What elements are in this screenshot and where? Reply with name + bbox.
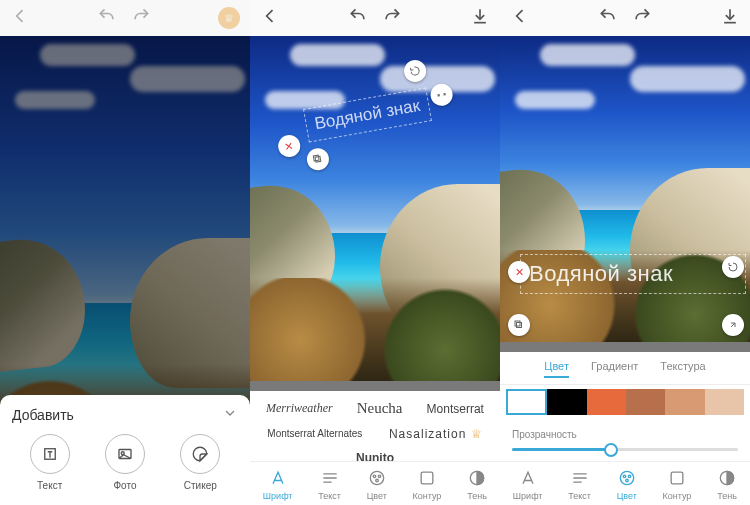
svg-point-6	[373, 475, 376, 478]
watermark-object[interactable]: Водяной знак	[520, 254, 746, 294]
tab-shadow[interactable]: Тень	[717, 468, 737, 501]
edit-tabbar: Шрифт Текст Цвет Контур Тень	[500, 461, 750, 505]
color-tab-color[interactable]: Цвет	[544, 360, 569, 378]
tab-shadow[interactable]: Тень	[467, 468, 487, 501]
svg-rect-4	[313, 155, 319, 161]
resize-icon[interactable]	[722, 314, 744, 336]
tab-font[interactable]: Шрифт	[513, 468, 543, 501]
undo-icon[interactable]	[598, 6, 618, 30]
redo-icon[interactable]	[382, 6, 402, 30]
back-icon[interactable]	[10, 6, 30, 30]
tab-text[interactable]: Текст	[318, 468, 341, 501]
crown-icon[interactable]: ♕	[218, 7, 240, 29]
svg-rect-12	[515, 321, 520, 326]
font-list: Merriweather Neucha Montserrat Montserra…	[250, 391, 500, 461]
color-tab-texture[interactable]: Текстура	[660, 360, 705, 378]
font-option[interactable]: Montserrat	[422, 399, 489, 419]
back-icon[interactable]	[510, 6, 530, 30]
toolbar	[250, 0, 500, 36]
opacity-slider[interactable]: Прозрачность	[500, 419, 750, 461]
swatch[interactable]	[665, 389, 704, 415]
canvas[interactable]: Водяной знак ✕	[250, 36, 500, 381]
font-option[interactable]: Nunito	[351, 448, 399, 461]
sheet-title: Добавить	[12, 407, 74, 423]
screen-color-picker: Водяной знак ✕ Цвет Градиент Текстура Пр…	[500, 0, 750, 505]
redo-icon[interactable]	[632, 6, 652, 30]
add-photo-button[interactable]: Фото	[105, 434, 145, 491]
tab-color[interactable]: Цвет	[617, 468, 637, 501]
swatch[interactable]	[547, 389, 586, 415]
text-icon	[30, 434, 70, 474]
add-text-button[interactable]: Текст	[30, 434, 70, 491]
toolbar: ♕	[0, 0, 250, 36]
svg-point-7	[378, 475, 381, 478]
edit-tabbar: Шрифт Текст Цвет Контур Тень	[250, 461, 500, 505]
photo-icon	[105, 434, 145, 474]
swatch[interactable]	[705, 389, 744, 415]
swatch[interactable]	[626, 389, 665, 415]
svg-rect-3	[315, 156, 321, 162]
font-option[interactable]: Nasalization ♕	[384, 424, 488, 444]
svg-point-15	[628, 475, 631, 478]
tab-outline[interactable]: Контур	[413, 468, 442, 501]
color-tab-gradient[interactable]: Градиент	[591, 360, 638, 378]
svg-point-16	[625, 479, 628, 482]
tab-text[interactable]: Текст	[568, 468, 591, 501]
toolbar	[500, 0, 750, 36]
download-icon[interactable]	[720, 6, 740, 30]
font-option[interactable]: Merriweather	[261, 398, 338, 419]
add-sheet: Добавить Текст Фото Стикер	[0, 395, 250, 505]
svg-point-8	[375, 479, 378, 482]
svg-rect-17	[671, 472, 683, 484]
tab-font[interactable]: Шрифт	[263, 468, 293, 501]
tab-color[interactable]: Цвет	[367, 468, 387, 501]
redo-icon[interactable]	[131, 6, 151, 30]
close-icon[interactable]: ✕	[508, 261, 530, 283]
svg-point-5	[370, 471, 383, 484]
color-tabs: Цвет Градиент Текстура	[500, 352, 750, 385]
canvas[interactable]: Водяной знак ✕	[500, 36, 750, 342]
svg-rect-9	[421, 472, 433, 484]
svg-point-13	[620, 471, 633, 484]
swatch[interactable]	[506, 389, 547, 415]
sticker-icon	[180, 434, 220, 474]
add-sticker-button[interactable]: Стикер	[180, 434, 220, 491]
chevron-down-icon[interactable]	[222, 405, 238, 424]
copy-icon[interactable]	[508, 314, 530, 336]
swatch[interactable]	[587, 389, 626, 415]
undo-icon[interactable]	[348, 6, 368, 30]
screen-add-sheet: ♕ Добавить Текст Фото Стикер	[0, 0, 250, 505]
tab-outline[interactable]: Контур	[663, 468, 692, 501]
download-icon[interactable]	[470, 6, 490, 30]
swatch-row	[500, 385, 750, 419]
undo-icon[interactable]	[97, 6, 117, 30]
font-option[interactable]: Neucha	[352, 397, 408, 420]
rotate-icon[interactable]	[722, 256, 744, 278]
back-icon[interactable]	[260, 6, 280, 30]
font-option[interactable]: Montserrat Alternates	[262, 426, 367, 442]
screen-font-picker: Водяной знак ✕ Merriweather Neucha Monts…	[250, 0, 500, 505]
svg-point-14	[623, 475, 626, 478]
svg-rect-11	[517, 323, 522, 328]
